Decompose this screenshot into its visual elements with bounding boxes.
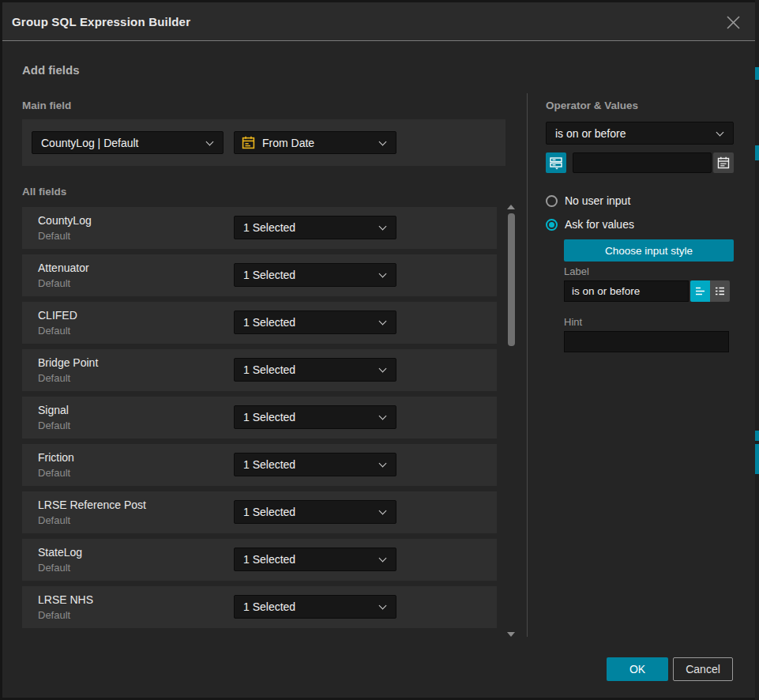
chevron-down-icon bbox=[379, 460, 387, 468]
field-name: Attenuator bbox=[38, 262, 89, 274]
left-edge bbox=[0, 0, 2, 700]
field-row-bridge-point: Bridge Point Default 1 Selected bbox=[22, 349, 497, 391]
top-edge bbox=[0, 0, 755, 2]
chevron-down-icon bbox=[379, 412, 387, 420]
chevron-down-icon bbox=[379, 270, 387, 278]
chevron-down-icon bbox=[379, 507, 387, 515]
edge-highlight bbox=[755, 67, 759, 80]
radio-icon[interactable] bbox=[546, 195, 558, 207]
field-sublabel: Default bbox=[38, 372, 70, 384]
chevron-down-icon bbox=[379, 555, 387, 563]
operator-values-heading: Operator & Values bbox=[546, 100, 638, 111]
field-name: CountyLog bbox=[38, 214, 92, 227]
field-sublabel: Default bbox=[38, 609, 70, 621]
field-name: StateLog bbox=[38, 546, 82, 559]
edge-highlight bbox=[755, 431, 759, 441]
radio-ask-for-values[interactable]: Ask for values bbox=[546, 218, 634, 231]
chevron-down-icon bbox=[379, 602, 387, 610]
field-row-countylog: CountyLog Default 1 Selected bbox=[22, 207, 497, 249]
radio-selected-icon[interactable] bbox=[546, 219, 558, 231]
background-app-edge bbox=[755, 0, 759, 700]
field-selection-select[interactable]: 1 Selected bbox=[234, 595, 396, 619]
radio-no-user-input[interactable]: No user input bbox=[546, 194, 630, 207]
field-selection-select[interactable]: 1 Selected bbox=[234, 358, 396, 382]
field-sublabel: Default bbox=[38, 514, 70, 526]
edge-highlight bbox=[755, 444, 759, 474]
field-name: Friction bbox=[38, 451, 74, 464]
field-name: Bridge Point bbox=[38, 356, 98, 369]
close-icon bbox=[726, 15, 741, 30]
align-left-icon bbox=[694, 285, 706, 297]
main-field-panel: CountyLog | Default From Date bbox=[22, 119, 505, 166]
operator-select-value: is on or before bbox=[547, 127, 717, 140]
calendar-icon bbox=[717, 156, 730, 169]
field-sublabel: Default bbox=[38, 277, 70, 289]
chevron-down-icon bbox=[716, 128, 724, 136]
scrollbar-up-arrow[interactable] bbox=[507, 205, 515, 209]
field-row-lrse-reference-post: LRSE Reference Post Default 1 Selected bbox=[22, 491, 497, 533]
date-picker-button[interactable] bbox=[713, 152, 734, 173]
field-name: LRSE NHS bbox=[38, 593, 93, 606]
label-input[interactable] bbox=[564, 280, 689, 302]
hint-input[interactable] bbox=[564, 331, 729, 352]
chevron-down-icon bbox=[379, 137, 387, 145]
chevron-down-icon bbox=[206, 137, 214, 145]
dialog-title: Group SQL Expression Builder bbox=[2, 15, 190, 28]
all-fields-label: All fields bbox=[22, 186, 66, 198]
cancel-button[interactable]: Cancel bbox=[673, 657, 733, 681]
field-sublabel: Default bbox=[38, 420, 70, 431]
input-style-single-toggle[interactable] bbox=[690, 280, 710, 302]
value-input[interactable] bbox=[573, 152, 712, 173]
field-selection-select[interactable]: 1 Selected bbox=[234, 263, 396, 287]
main-date-field-select[interactable]: From Date bbox=[234, 131, 396, 154]
chevron-down-icon bbox=[379, 223, 387, 231]
edge-highlight bbox=[755, 145, 759, 160]
label-field-label: Label bbox=[564, 265, 589, 277]
scrollbar-down-arrow[interactable] bbox=[507, 632, 515, 637]
field-row-clifed: CLIFED Default 1 Selected bbox=[22, 302, 497, 344]
hint-field-label: Hint bbox=[564, 316, 582, 328]
field-selection-select[interactable]: 1 Selected bbox=[234, 405, 396, 429]
date-field-calendar-icon bbox=[242, 136, 255, 149]
field-row-attenuator: Attenuator Default 1 Selected bbox=[22, 254, 497, 296]
main-field-label: Main field bbox=[22, 100, 71, 111]
operator-select[interactable]: is on or before bbox=[546, 122, 734, 145]
field-row-lrse-nhs: LRSE NHS Default 1 Selected bbox=[22, 586, 497, 628]
add-fields-heading: Add fields bbox=[22, 63, 80, 77]
field-sublabel: Default bbox=[38, 325, 70, 337]
main-layer-select[interactable]: CountyLog | Default bbox=[32, 131, 224, 154]
field-row-friction: Friction Default 1 Selected bbox=[22, 444, 497, 486]
input-style-list-toggle[interactable] bbox=[710, 280, 730, 302]
field-name: Signal bbox=[38, 404, 69, 416]
field-selection-select[interactable]: 1 Selected bbox=[234, 548, 396, 571]
field-sublabel: Default bbox=[38, 467, 70, 479]
chevron-down-icon bbox=[379, 365, 387, 373]
field-name: CLIFED bbox=[38, 309, 77, 322]
field-selection-select[interactable]: 1 Selected bbox=[234, 216, 396, 239]
field-sublabel: Default bbox=[38, 562, 70, 574]
main-date-field-select-value: From Date bbox=[255, 137, 380, 149]
field-selection-select[interactable]: 1 Selected bbox=[234, 500, 396, 524]
choose-input-style-button[interactable]: Choose input style bbox=[564, 239, 734, 262]
field-sublabel: Default bbox=[38, 230, 70, 242]
scrollbar-thumb[interactable] bbox=[508, 213, 515, 346]
chevron-down-icon bbox=[379, 318, 387, 326]
field-selection-select[interactable]: 1 Selected bbox=[234, 310, 396, 334]
field-selection-select[interactable]: 1 Selected bbox=[234, 453, 396, 476]
dialog-header: Group SQL Expression Builder bbox=[2, 2, 755, 41]
close-button[interactable] bbox=[719, 8, 747, 36]
field-name: LRSE Reference Post bbox=[38, 499, 146, 511]
main-layer-select-value: CountyLog | Default bbox=[32, 137, 207, 149]
field-row-statelog: StateLog Default 1 Selected bbox=[22, 539, 497, 581]
field-row-signal: Signal Default 1 Selected bbox=[22, 397, 497, 438]
bulleted-list-icon bbox=[714, 285, 726, 297]
ok-button[interactable]: OK bbox=[607, 657, 668, 681]
group-sql-expression-builder-dialog: Group SQL Expression Builder Add fields … bbox=[0, 0, 755, 700]
column-divider bbox=[527, 93, 528, 637]
value-list-icon bbox=[549, 156, 563, 170]
value-source-toggle-button[interactable] bbox=[546, 152, 566, 173]
